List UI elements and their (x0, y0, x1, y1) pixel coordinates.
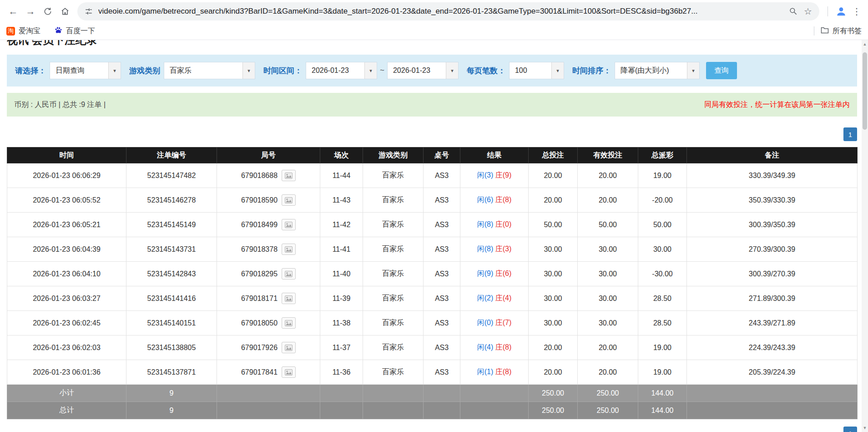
bookmark-label: 百度一下 (66, 26, 95, 36)
cell-bet-id: 523145138805 (126, 335, 217, 360)
round-number: 679018688 (241, 172, 278, 180)
date-start-combobox[interactable]: 2026-01-23 ▾ (306, 62, 377, 79)
bookmark-taobao[interactable]: 淘 爱淘宝 (6, 26, 40, 36)
round-image-icon[interactable] (282, 317, 296, 329)
cell-total-bet[interactable]: 20.00 (529, 188, 578, 213)
chevron-down-icon[interactable]: ▾ (242, 62, 255, 79)
round-image-icon[interactable] (282, 366, 296, 378)
profile-avatar[interactable] (835, 5, 847, 17)
cell-total-bet[interactable]: 30.00 (529, 262, 578, 286)
url-text: videoie.com/game/betrecord_search/kind3?… (98, 7, 782, 16)
column-header: 备注 (687, 147, 858, 163)
round-image-icon[interactable] (282, 170, 296, 181)
round-wrap: 679018295 (241, 268, 296, 280)
scrollbar-thumb[interactable] (863, 52, 867, 130)
cell-time: 2026-01-23 06:05:52 (7, 188, 126, 213)
column-header: 总派彩 (638, 147, 687, 163)
round-wrap: 679018171 (241, 293, 296, 304)
round-number: 679018295 (241, 270, 278, 278)
zoom-icon[interactable] (789, 7, 797, 15)
summary-empty-cell (424, 402, 460, 419)
cell-total-bet[interactable]: 50.00 (529, 213, 578, 237)
cell-result: 闲(9) 庄(6) (460, 262, 529, 286)
pagination-bottom-page-1[interactable]: 1 (843, 427, 857, 432)
pagination-top: 1 (7, 127, 857, 141)
cell-remark: 270.39/300.39 (687, 237, 858, 262)
refresh-button[interactable] (39, 3, 56, 20)
round-image-icon[interactable] (282, 219, 296, 230)
round-image-icon[interactable] (282, 268, 296, 280)
query-type-combobox[interactable]: 日期查询 ▾ (50, 62, 121, 79)
cell-session: 11-37 (320, 335, 363, 360)
round-image-icon[interactable] (282, 244, 296, 255)
cell-valid-bet: 30.00 (578, 237, 638, 262)
cell-time: 2026-01-23 06:01:36 (7, 360, 126, 385)
cell-total-bet[interactable]: 20.00 (529, 163, 578, 188)
result-player: 闲(8) (477, 220, 494, 228)
scrollbar[interactable]: ▲ ▼ (862, 40, 868, 432)
browser-menu-icon[interactable]: ⋮ (850, 6, 863, 17)
bookmark-baidu[interactable]: 百度一下 (54, 26, 95, 36)
cell-table-no: AS3 (424, 286, 460, 311)
chevron-down-icon[interactable]: ▾ (446, 62, 458, 79)
query-type-value: 日期查询 (50, 62, 108, 79)
cell-remark: 224.39/243.39 (687, 335, 858, 360)
subtotal-payout: 144.00 (638, 385, 687, 402)
column-header: 总投注 (529, 147, 578, 163)
cell-bet-id: 523145140151 (126, 311, 217, 335)
cell-session: 11-43 (320, 188, 363, 213)
scroll-down-arrow[interactable]: ▼ (862, 425, 868, 431)
bet-records-table: 时间注单编号局号场次游戏类别桌号结果总投注有效投注总派彩备注 2026-01-2… (7, 147, 858, 419)
scroll-up-arrow[interactable]: ▲ (862, 41, 868, 47)
bookmark-star-icon[interactable]: ☆ (804, 7, 812, 16)
url-bar[interactable]: videoie.com/game/betrecord_search/kind3?… (77, 2, 819, 20)
cell-total-bet[interactable]: 30.00 (529, 286, 578, 311)
pagination-page-1[interactable]: 1 (843, 127, 857, 141)
game-type-combobox[interactable]: 百家乐 ▾ (164, 62, 255, 79)
round-image-icon[interactable] (282, 293, 296, 304)
back-button[interactable]: ← (5, 3, 22, 20)
cell-round: 679018688 (217, 163, 320, 188)
summary-empty-cell (687, 385, 858, 402)
chevron-down-icon[interactable]: ▾ (364, 62, 377, 79)
round-image-icon[interactable] (282, 342, 296, 353)
cell-total-bet[interactable]: 20.00 (529, 360, 578, 385)
refresh-icon (43, 7, 52, 16)
subtotal-row: 小计 9 250.00 250.00 144.00 (7, 385, 858, 402)
cell-payout: 30.00 (638, 237, 687, 262)
filter-bar: 请选择： 日期查询 ▾ 游戏类别 百家乐 ▾ 时间区间： 2026-01-23 … (7, 55, 857, 86)
forward-button[interactable]: → (22, 3, 39, 20)
sort-order-combobox[interactable]: 降幂(由大到小) ▾ (615, 62, 700, 79)
cell-total-bet[interactable]: 20.00 (529, 335, 578, 360)
page-title-clip: 视讯 会员下注纪录 (7, 40, 857, 46)
result-banker: 庄(7) (495, 319, 512, 326)
search-button[interactable]: 查询 (706, 62, 737, 79)
page-size-combobox[interactable]: 100 ▾ (509, 62, 564, 79)
total-count: 9 (126, 402, 217, 419)
cell-round: 679018295 (217, 262, 320, 286)
cell-session: 11-38 (320, 311, 363, 335)
result-banker: 庄(8) (495, 196, 512, 203)
cell-session: 11-36 (320, 360, 363, 385)
round-number: 679018171 (241, 295, 278, 303)
cell-time: 2026-01-23 06:03:27 (7, 286, 126, 311)
cell-time: 2026-01-23 06:02:45 (7, 311, 126, 335)
cell-valid-bet: 20.00 (578, 360, 638, 385)
cell-round: 679017926 (217, 335, 320, 360)
total-total-bet: 250.00 (529, 402, 578, 419)
total-label: 总计 (7, 402, 126, 419)
chevron-down-icon[interactable]: ▾ (108, 62, 121, 79)
cell-total-bet[interactable]: 30.00 (529, 237, 578, 262)
cell-payout: -30.00 (638, 262, 687, 286)
chevron-down-icon[interactable]: ▾ (687, 62, 699, 79)
round-image-icon[interactable] (282, 194, 296, 206)
cell-result: 闲(4) 庄(8) (460, 335, 529, 360)
cell-result: 闲(2) 庄(4) (460, 286, 529, 311)
chevron-down-icon[interactable]: ▾ (551, 62, 564, 79)
cell-total-bet[interactable]: 30.00 (529, 311, 578, 335)
site-info-icon[interactable] (85, 7, 93, 15)
home-button[interactable] (56, 3, 74, 20)
date-end-combobox[interactable]: 2026-01-23 ▾ (387, 62, 459, 79)
filter-label-query-type: 请选择： (15, 66, 46, 76)
all-bookmarks-button[interactable]: 所有书签 (821, 26, 862, 36)
